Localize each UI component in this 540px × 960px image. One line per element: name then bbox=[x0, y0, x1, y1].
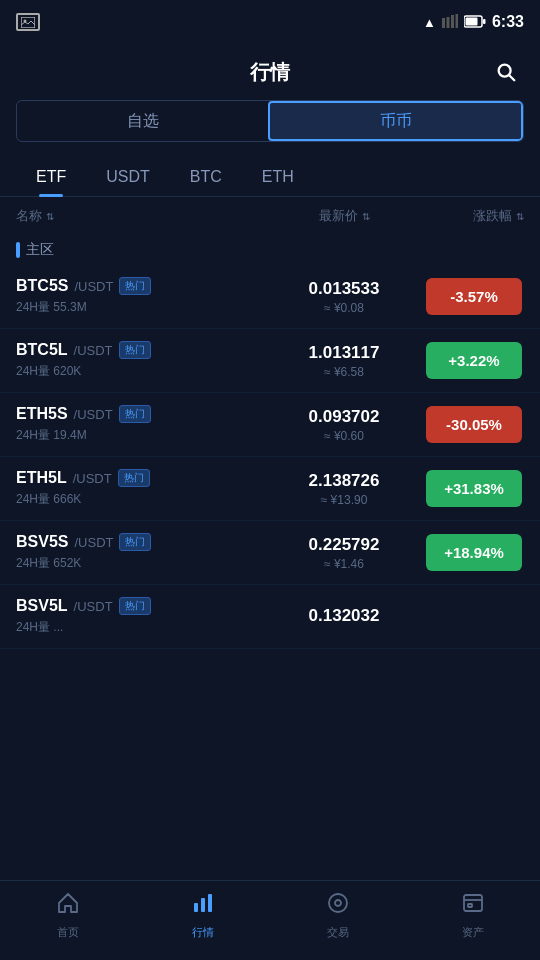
svg-rect-8 bbox=[483, 19, 486, 24]
coin-info: ETH5L /USDT 热门 24H量 666K bbox=[16, 469, 264, 508]
svg-rect-18 bbox=[468, 904, 472, 907]
section-label: 主区 bbox=[0, 235, 540, 265]
col-price-header[interactable]: 最新价 ⇅ bbox=[264, 207, 424, 225]
coin-info: BSV5L /USDT 热门 24H量 ... bbox=[16, 597, 264, 636]
status-bar: ▲ 6:33 bbox=[0, 0, 540, 44]
price-cny: ≈ ¥6.58 bbox=[264, 365, 424, 379]
coin-volume: 24H量 55.3M bbox=[16, 299, 264, 316]
svg-rect-3 bbox=[446, 17, 449, 28]
coin-change: +31.83% bbox=[424, 470, 524, 507]
tab-market[interactable]: 币币 bbox=[268, 101, 523, 141]
search-button[interactable] bbox=[492, 58, 520, 86]
nav-assets[interactable]: 资产 bbox=[443, 891, 503, 940]
battery-icon bbox=[464, 14, 486, 31]
coin-name-row: BTC5S /USDT 热门 bbox=[16, 277, 264, 295]
hot-badge: 热门 bbox=[119, 405, 151, 423]
coin-volume: 24H量 ... bbox=[16, 619, 264, 636]
hot-badge: 热门 bbox=[119, 277, 151, 295]
coin-symbol: BTC5L bbox=[16, 341, 68, 359]
signal-icon bbox=[442, 14, 458, 31]
coin-name-row: ETH5S /USDT 热门 bbox=[16, 405, 264, 423]
coin-change: - bbox=[424, 598, 524, 635]
tab-usdt[interactable]: USDT bbox=[86, 158, 170, 196]
coin-price: 0.093702 ≈ ¥0.60 bbox=[264, 407, 424, 443]
tab-btc[interactable]: BTC bbox=[170, 158, 242, 196]
coin-change: +18.94% bbox=[424, 534, 524, 571]
tab-eth[interactable]: ETH bbox=[242, 158, 314, 196]
image-icon bbox=[16, 13, 40, 31]
change-badge: -30.05% bbox=[426, 406, 522, 443]
svg-point-15 bbox=[335, 900, 341, 906]
hot-badge: 热门 bbox=[119, 597, 151, 615]
coin-row[interactable]: BSV5L /USDT 热门 24H量 ... 0.132032 - bbox=[0, 585, 540, 649]
coin-row[interactable]: BSV5S /USDT 热门 24H量 652K 0.225792 ≈ ¥1.4… bbox=[0, 521, 540, 585]
coin-symbol: ETH5S bbox=[16, 405, 68, 423]
svg-rect-12 bbox=[201, 898, 205, 912]
svg-line-10 bbox=[509, 75, 514, 80]
nav-home[interactable]: 首页 bbox=[38, 891, 98, 940]
section-text: 主区 bbox=[26, 241, 54, 259]
price-main: 0.132032 bbox=[264, 606, 424, 626]
header: 行情 bbox=[0, 44, 540, 100]
change-badge: -3.57% bbox=[426, 278, 522, 315]
coin-info: ETH5S /USDT 热门 24H量 19.4M bbox=[16, 405, 264, 444]
coin-row[interactable]: BTC5S /USDT 热门 24H量 55.3M 0.013533 ≈ ¥0.… bbox=[0, 265, 540, 329]
coin-row[interactable]: ETH5L /USDT 热门 24H量 666K 2.138726 ≈ ¥13.… bbox=[0, 457, 540, 521]
hot-badge: 热门 bbox=[119, 533, 151, 551]
wifi-icon: ▲ bbox=[423, 15, 436, 30]
main-content: 自选 币币 ETF USDT BTC ETH 名称 ⇅ 最新价 ⇅ 涨跌幅 ⇅ … bbox=[0, 100, 540, 880]
coin-info: BTC5L /USDT 热门 24H量 620K bbox=[16, 341, 264, 380]
coin-info: BTC5S /USDT 热门 24H量 55.3M bbox=[16, 277, 264, 316]
coin-price: 0.225792 ≈ ¥1.46 bbox=[264, 535, 424, 571]
change-badge: +31.83% bbox=[426, 470, 522, 507]
coin-name-row: BSV5L /USDT 热门 bbox=[16, 597, 264, 615]
coin-volume: 24H量 666K bbox=[16, 491, 264, 508]
tab-watchlist[interactable]: 自选 bbox=[17, 101, 268, 141]
price-main: 2.138726 bbox=[264, 471, 424, 491]
nav-trade[interactable]: 交易 bbox=[308, 891, 368, 940]
svg-rect-2 bbox=[442, 18, 445, 28]
chart-icon bbox=[191, 891, 215, 921]
coin-list: BTC5S /USDT 热门 24H量 55.3M 0.013533 ≈ ¥0.… bbox=[0, 265, 540, 649]
svg-rect-16 bbox=[464, 895, 482, 911]
status-bar-left bbox=[16, 13, 40, 31]
coin-volume: 24H量 19.4M bbox=[16, 427, 264, 444]
coin-price: 0.132032 bbox=[264, 606, 424, 628]
col-name-header[interactable]: 名称 ⇅ bbox=[16, 207, 264, 225]
hot-badge: 热门 bbox=[118, 469, 150, 487]
price-cny: ≈ ¥1.46 bbox=[264, 557, 424, 571]
svg-rect-4 bbox=[451, 15, 454, 28]
svg-rect-5 bbox=[455, 14, 458, 28]
tab-switcher: 自选 币币 bbox=[16, 100, 524, 142]
coin-symbol: BSV5L bbox=[16, 597, 68, 615]
section-indicator bbox=[16, 242, 20, 258]
coin-row[interactable]: BTC5L /USDT 热门 24H量 620K 1.013117 ≈ ¥6.5… bbox=[0, 329, 540, 393]
coin-pair: /USDT bbox=[73, 471, 112, 486]
coin-price: 0.013533 ≈ ¥0.08 bbox=[264, 279, 424, 315]
col-change-header[interactable]: 涨跌幅 ⇅ bbox=[424, 207, 524, 225]
coin-pair: /USDT bbox=[74, 599, 113, 614]
price-main: 1.013117 bbox=[264, 343, 424, 363]
nav-home-label: 首页 bbox=[57, 925, 79, 940]
coin-symbol: ETH5L bbox=[16, 469, 67, 487]
category-tabs: ETF USDT BTC ETH bbox=[0, 158, 540, 197]
tab-etf[interactable]: ETF bbox=[16, 158, 86, 196]
coin-volume: 24H量 652K bbox=[16, 555, 264, 572]
coin-name-row: BSV5S /USDT 热门 bbox=[16, 533, 264, 551]
sort-change-icon: ⇅ bbox=[516, 211, 524, 222]
coin-symbol: BSV5S bbox=[16, 533, 68, 551]
coin-price: 2.138726 ≈ ¥13.90 bbox=[264, 471, 424, 507]
svg-point-14 bbox=[329, 894, 347, 912]
bottom-nav: 首页 行情 交易 资产 bbox=[0, 880, 540, 960]
coin-pair: /USDT bbox=[74, 535, 113, 550]
nav-market[interactable]: 行情 bbox=[173, 891, 233, 940]
coin-change: -3.57% bbox=[424, 278, 524, 315]
change-badge: +3.22% bbox=[426, 342, 522, 379]
coin-price: 1.013117 ≈ ¥6.58 bbox=[264, 343, 424, 379]
coin-row[interactable]: ETH5S /USDT 热门 24H量 19.4M 0.093702 ≈ ¥0.… bbox=[0, 393, 540, 457]
coin-change: +3.22% bbox=[424, 342, 524, 379]
price-main: 0.225792 bbox=[264, 535, 424, 555]
coin-name-row: BTC5L /USDT 热门 bbox=[16, 341, 264, 359]
price-cny: ≈ ¥0.08 bbox=[264, 301, 424, 315]
status-bar-right: ▲ 6:33 bbox=[423, 13, 524, 31]
